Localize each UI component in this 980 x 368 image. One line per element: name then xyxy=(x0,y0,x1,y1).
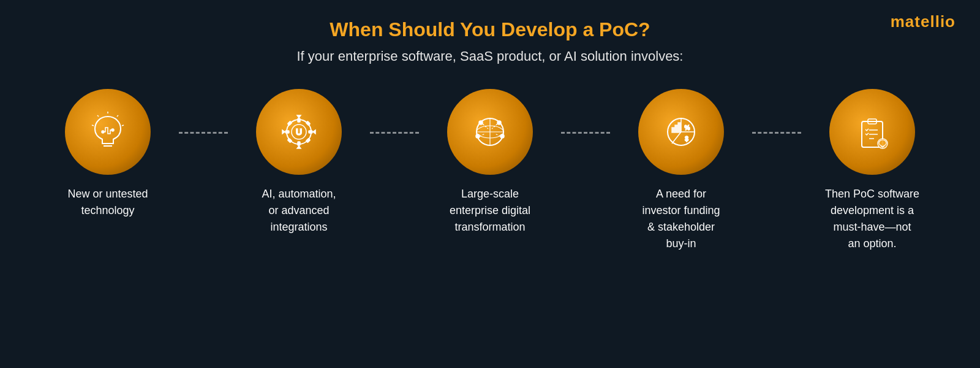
svg-rect-40 xyxy=(678,123,680,132)
svg-line-6 xyxy=(97,115,99,117)
pie-chart-money-icon: % $ xyxy=(660,110,703,153)
svg-rect-18 xyxy=(306,138,310,142)
cards-row: New or untestedtechnology xyxy=(37,89,943,252)
card-circle-2: U xyxy=(256,89,342,175)
globe-gear-icon xyxy=(469,110,511,153)
card-3-text: Large-scaleenterprise digitaltransformat… xyxy=(450,186,530,236)
svg-point-3 xyxy=(111,129,114,131)
card-2-text: AI, automation,or advancedintegrations xyxy=(262,186,336,236)
gear-ai-icon: U xyxy=(277,110,320,153)
svg-point-27 xyxy=(476,134,480,138)
card-5-text: Then PoC softwaredevelopment is amust-ha… xyxy=(825,186,919,252)
connector-3 xyxy=(561,132,610,134)
card-poc-must-have: Then PoC softwaredevelopment is amust-ha… xyxy=(801,89,943,252)
logo-text: atellio xyxy=(905,12,956,31)
card-new-technology: New or untestedtechnology xyxy=(37,89,179,219)
connector-2 xyxy=(370,132,419,134)
card-circle-3 xyxy=(447,89,533,175)
svg-rect-17 xyxy=(287,138,292,142)
svg-text:$: $ xyxy=(685,136,688,142)
page-container: matellio When Should You Develop a PoC? … xyxy=(0,0,980,368)
svg-line-31 xyxy=(480,134,485,136)
clipboard-bulb-icon xyxy=(851,110,894,153)
logo-accent: m xyxy=(891,12,905,31)
svg-line-30 xyxy=(495,134,500,136)
svg-line-7 xyxy=(122,125,124,126)
card-digital-transformation: Large-scaleenterprise digitaltransformat… xyxy=(419,89,561,236)
connector-4 xyxy=(752,132,801,134)
svg-point-26 xyxy=(500,134,504,138)
logo: matellio xyxy=(891,12,956,31)
svg-text:%: % xyxy=(685,125,690,131)
svg-rect-38 xyxy=(672,128,674,132)
svg-point-2 xyxy=(102,131,104,133)
card-circle-1 xyxy=(65,89,151,175)
svg-line-8 xyxy=(92,125,94,126)
lightbulb-circuit-icon xyxy=(86,110,129,153)
card-circle-5 xyxy=(829,89,915,175)
svg-point-25 xyxy=(497,121,501,125)
svg-rect-12 xyxy=(298,142,300,145)
svg-rect-13 xyxy=(285,131,289,133)
svg-rect-39 xyxy=(675,125,677,132)
card-4-text: A need forinvestor funding& stakeholderb… xyxy=(642,186,720,252)
card-investor-funding: % $ A need forinvestor funding& stakehol… xyxy=(610,89,752,252)
svg-point-24 xyxy=(479,121,483,125)
page-title: When Should You Develop a PoC? xyxy=(330,18,650,41)
svg-rect-11 xyxy=(298,118,300,122)
svg-line-5 xyxy=(117,115,118,117)
svg-rect-15 xyxy=(287,121,292,125)
svg-text:U: U xyxy=(296,127,302,137)
connector-1 xyxy=(179,132,228,134)
card-circle-4: % $ xyxy=(638,89,724,175)
card-1-text: New or untestedtechnology xyxy=(67,186,148,219)
page-subtitle: If your enterprise software, SaaS produc… xyxy=(297,48,684,64)
svg-rect-14 xyxy=(309,131,312,133)
svg-line-35 xyxy=(672,132,681,144)
card-ai-automation: U AI, automation,or advancedintegrations xyxy=(228,89,370,236)
svg-rect-16 xyxy=(306,121,310,125)
